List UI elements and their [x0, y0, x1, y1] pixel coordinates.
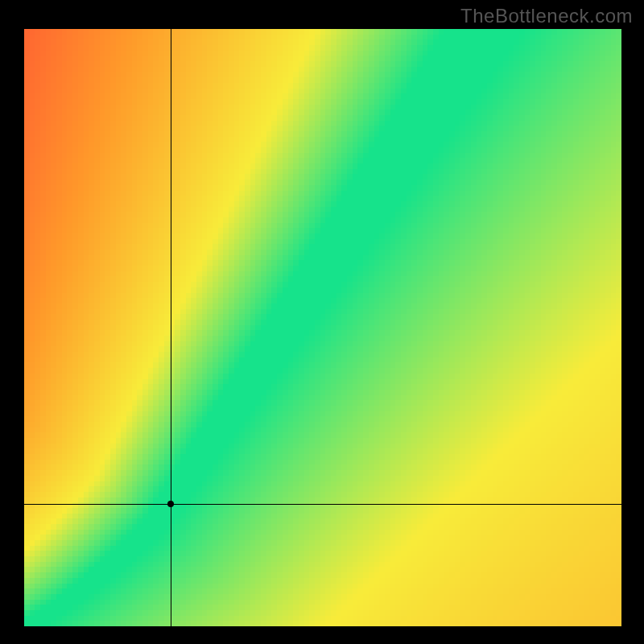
- crosshair-horizontal: [24, 504, 621, 505]
- plot-area: [24, 29, 621, 626]
- crosshair-vertical: [171, 29, 171, 626]
- chart-container: TheBottleneck.com: [0, 0, 644, 644]
- heatmap-canvas: [24, 29, 621, 626]
- crosshair-marker-dot: [167, 501, 174, 507]
- watermark-text: TheBottleneck.com: [460, 5, 633, 27]
